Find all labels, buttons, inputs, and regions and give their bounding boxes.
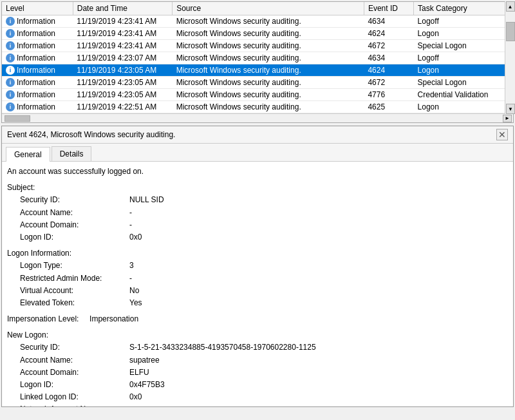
detail-row-label: Security ID: — [20, 341, 129, 354]
detail-row-label: Account Domain: — [20, 367, 129, 379]
detail-header: Event 4624, Microsoft Windows security a… — [2, 126, 513, 144]
detail-row-value: 0x0 — [129, 391, 142, 403]
info-icon: i — [6, 29, 15, 38]
level-text: Information — [17, 78, 55, 87]
cell-eventid: 4672 — [364, 77, 413, 89]
cell-datetime: 11/19/2019 4:23:05 AM — [73, 89, 172, 101]
detail-row-label: Elevated Token: — [20, 297, 129, 309]
detail-row-label: Linked Logon ID: — [20, 391, 129, 403]
cell-level: i Information — [2, 52, 73, 64]
cell-eventid: 4634 — [364, 15, 413, 28]
level-text: Information — [17, 17, 55, 26]
table-row[interactable]: i Information 11/19/2019 4:23:41 AM Micr… — [2, 40, 513, 52]
cell-source: Microsoft Windows security auditing. — [173, 15, 364, 28]
cell-source: Microsoft Windows security auditing. — [173, 89, 364, 101]
detail-row-label: Network Account Name: — [20, 403, 129, 406]
table-row[interactable]: i Information 11/19/2019 4:23:07 AM Micr… — [2, 52, 513, 64]
tab-general[interactable]: General — [6, 147, 50, 162]
detail-row: Account Domain: ELFU — [7, 367, 501, 379]
scroll-down-arrow[interactable]: ▼ — [506, 104, 515, 114]
cell-taskcategory: Logon — [414, 28, 513, 40]
level-text: Information — [17, 41, 55, 50]
detail-row: Account Domain: - — [7, 219, 501, 231]
event-table: Level Date and Time Source Event ID Task… — [2, 2, 513, 113]
info-icon: i — [6, 78, 15, 87]
cell-taskcategory: Logon — [414, 64, 513, 77]
col-header-taskcategory[interactable]: Task Category — [414, 2, 513, 15]
detail-row: Security ID: NULL SID — [7, 194, 501, 206]
table-row[interactable]: i Information 11/19/2019 4:23:05 AM Micr… — [2, 64, 513, 77]
section-header: New Logon: — [7, 329, 501, 341]
table-row[interactable]: i Information 11/19/2019 4:22:51 AM Micr… — [2, 101, 513, 113]
detail-row-value: 3 — [129, 260, 134, 272]
cell-source: Microsoft Windows security auditing. — [173, 52, 364, 64]
cell-source: Microsoft Windows security auditing. — [173, 101, 364, 113]
detail-row: Logon ID: 0x4F75B3 — [7, 379, 501, 391]
detail-row-label: Account Name: — [20, 354, 129, 367]
detail-row-label: Logon Type: — [20, 260, 129, 272]
detail-content[interactable]: An account was successfully logged on.Su… — [2, 162, 513, 406]
detail-intro: An account was successfully logged on. — [7, 166, 501, 178]
cell-eventid: 4624 — [364, 64, 413, 77]
scroll-thumb[interactable] — [506, 22, 515, 41]
detail-row: Linked Logon ID: 0x0 — [7, 391, 501, 403]
level-text: Information — [17, 102, 55, 111]
table-row[interactable]: i Information 11/19/2019 4:23:05 AM Micr… — [2, 89, 513, 101]
cell-datetime: 11/19/2019 4:23:41 AM — [73, 15, 172, 28]
cell-level: i Information — [2, 101, 73, 113]
col-header-source[interactable]: Source — [173, 2, 364, 15]
detail-row-label: Account Domain: — [20, 219, 129, 231]
detail-row: Logon ID: 0x0 — [7, 231, 501, 243]
detail-row: Logon Type: 3 — [7, 260, 501, 272]
cell-level: i Information — [2, 40, 73, 52]
cell-source: Microsoft Windows security auditing. — [173, 64, 364, 77]
cell-taskcategory: Credential Validation — [414, 89, 513, 101]
close-button[interactable]: ✕ — [496, 129, 508, 140]
cell-eventid: 4776 — [364, 89, 413, 101]
detail-row-label: Virtual Account: — [20, 285, 129, 297]
cell-datetime: 11/19/2019 4:22:51 AM — [73, 101, 172, 113]
col-header-eventid[interactable]: Event ID — [364, 2, 413, 15]
scroll-up-arrow[interactable]: ▲ — [506, 1, 515, 12]
info-icon: i — [6, 53, 15, 62]
section-header: Subject: — [7, 182, 501, 194]
vertical-scrollbar-top[interactable]: ▲ ▼ — [505, 1, 515, 114]
cell-datetime: 11/19/2019 4:23:07 AM — [73, 52, 172, 64]
detail-row-label: Account Name: — [20, 207, 129, 219]
table-row[interactable]: i Information 11/19/2019 4:23:41 AM Micr… — [2, 15, 513, 28]
detail-row-value: - — [129, 403, 132, 406]
horizontal-scrollbar[interactable]: ► — [2, 113, 513, 122]
cell-eventid: 4625 — [364, 101, 413, 113]
cell-source: Microsoft Windows security auditing. — [173, 40, 364, 52]
detail-row: Restricted Admin Mode: - — [7, 272, 501, 285]
detail-row-label: Logon ID: — [20, 379, 129, 391]
cell-taskcategory: Special Logon — [414, 77, 513, 89]
info-icon: i — [6, 17, 15, 26]
detail-row: Network Account Name: - — [7, 403, 501, 406]
detail-row: Elevated Token: Yes — [7, 297, 501, 309]
cell-level: i Information — [2, 89, 73, 101]
detail-row-value: No — [129, 285, 139, 297]
detail-row-label: Logon ID: — [20, 231, 129, 243]
detail-row-value: NULL SID — [129, 194, 164, 206]
detail-tabs: General Details — [2, 144, 513, 162]
table-row[interactable]: i Information 11/19/2019 4:23:05 AM Micr… — [2, 77, 513, 89]
cell-level: i Information — [2, 77, 73, 89]
col-header-datetime[interactable]: Date and Time — [73, 2, 172, 15]
cell-source: Microsoft Windows security auditing. — [173, 77, 364, 89]
cell-level: i Information — [2, 64, 73, 77]
detail-row-value: - — [129, 207, 132, 219]
info-icon: i — [6, 102, 15, 111]
level-text: Information — [17, 66, 55, 75]
detail-row: Security ID: S-1-5-21-3433234885-4193570… — [7, 341, 501, 354]
detail-row-value: 0x4F75B3 — [129, 379, 165, 391]
tab-details[interactable]: Details — [52, 146, 92, 161]
section-inline: Impersonation Level: Impersonation — [7, 313, 501, 325]
detail-title: Event 4624, Microsoft Windows security a… — [7, 130, 175, 139]
col-header-level[interactable]: Level — [2, 2, 73, 15]
cell-taskcategory: Special Logon — [414, 40, 513, 52]
cell-taskcategory: Logoff — [414, 52, 513, 64]
cell-datetime: 11/19/2019 4:23:05 AM — [73, 64, 172, 77]
cell-level: i Information — [2, 15, 73, 28]
table-row[interactable]: i Information 11/19/2019 4:23:41 AM Micr… — [2, 28, 513, 40]
